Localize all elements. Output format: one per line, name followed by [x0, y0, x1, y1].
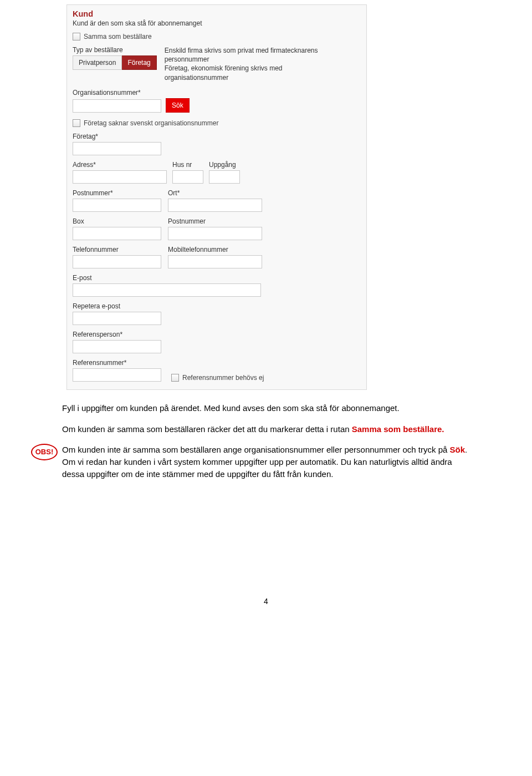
paragraph-3: Om kunden inte är samma som beställaren … — [62, 444, 470, 480]
page-number: 4 — [0, 597, 532, 606]
toggle-private[interactable]: Privatperson — [73, 55, 122, 70]
box-input[interactable] — [73, 227, 161, 240]
checkbox-same-as-orderer-label: Samma som beställare — [84, 33, 152, 40]
orgnr-label: Organisationsnummer* — [73, 89, 361, 97]
mobil-label: Mobiltelefonnummer — [168, 246, 262, 253]
checkbox-refnr-not-needed-label: Referensnummer behövs ej — [182, 374, 264, 382]
email-label: E-post — [73, 274, 361, 282]
checkbox-refnr-not-needed[interactable] — [171, 374, 179, 382]
form-screenshot: Kund Kund är den som ska stå för abonnem… — [66, 4, 367, 390]
address-input[interactable] — [73, 170, 167, 184]
husnr-input[interactable] — [172, 170, 203, 184]
refperson-input[interactable] — [73, 340, 161, 353]
postnr-label: Postnummer* — [73, 189, 161, 197]
uppgang-input[interactable] — [209, 170, 240, 184]
tel-label: Telefonnummer — [73, 246, 161, 253]
type-label: Typ av beställare — [73, 46, 157, 54]
obs-badge: OBS! — [31, 444, 58, 460]
paragraph-3-highlight: Sök — [450, 445, 466, 454]
paragraph-3a: Om kunden inte är samma som beställaren … — [62, 445, 450, 454]
ort-label: Ort* — [168, 189, 262, 197]
email2-input[interactable] — [73, 312, 161, 325]
type-helper-line2: Företag, ekonomisk förening skrivs med o… — [165, 64, 325, 82]
company-label: Företag* — [73, 133, 361, 140]
address-label: Adress* — [73, 161, 167, 169]
section-subtitle: Kund är den som ska stå för abonnemanget — [73, 19, 361, 27]
document-body: Fyll i uppgifter om kunden på ärendet. M… — [62, 402, 470, 480]
search-button[interactable]: Sök — [166, 98, 190, 113]
husnr-label: Hus nr — [172, 161, 203, 169]
refnr-label: Referensnummer* — [73, 359, 161, 367]
section-title: Kund — [73, 9, 361, 18]
paragraph-2: Om kunden är samma som beställaren räcke… — [62, 423, 470, 435]
email2-label: Repetera e-post — [73, 302, 361, 310]
box-label: Box — [73, 217, 161, 225]
company-input[interactable] — [73, 142, 161, 155]
checkbox-same-as-orderer[interactable] — [73, 33, 80, 40]
postnr-input[interactable] — [73, 199, 161, 212]
box-postnr-input[interactable] — [168, 227, 262, 240]
type-helper-line1: Enskild firma skrivs som privat med firm… — [165, 46, 325, 64]
refnr-input[interactable] — [73, 368, 161, 382]
orgnr-input[interactable] — [73, 99, 161, 113]
email-input[interactable] — [73, 283, 261, 297]
ort-input[interactable] — [168, 199, 262, 212]
toggle-company[interactable]: Företag — [122, 55, 156, 70]
checkbox-no-orgnr-label: Företag saknar svenskt organisationsnumm… — [84, 119, 218, 127]
type-helper: Enskild firma skrivs som privat med firm… — [165, 46, 325, 82]
paragraph-1: Fyll i uppgifter om kunden på ärendet. M… — [62, 402, 470, 414]
checkbox-no-orgnr[interactable] — [73, 119, 80, 127]
paragraph-2a: Om kunden är samma som beställaren räcke… — [62, 424, 352, 434]
refperson-label: Referensperson* — [73, 331, 361, 338]
paragraph-2-highlight: Samma som beställare. — [352, 424, 444, 434]
tel-input[interactable] — [73, 255, 161, 268]
uppgang-label: Uppgång — [209, 161, 240, 169]
box-postnr-label: Postnummer — [168, 217, 262, 225]
type-toggle: Privatperson Företag — [73, 55, 157, 70]
mobil-input[interactable] — [168, 255, 262, 268]
